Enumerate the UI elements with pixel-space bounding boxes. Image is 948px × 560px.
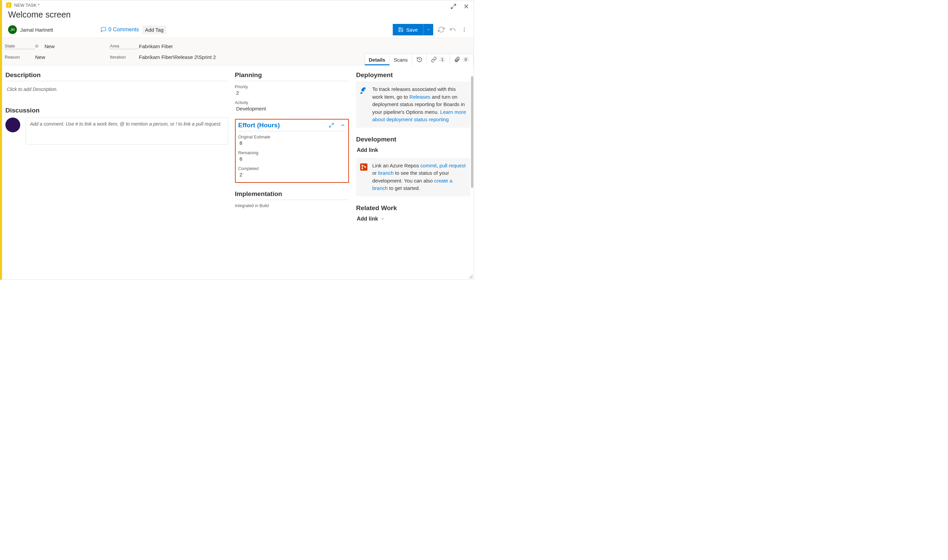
svg-point-2 xyxy=(464,31,465,32)
tab-strip: Details Scans 1 0 xyxy=(364,54,474,65)
meta-actions: Save xyxy=(393,24,468,35)
add-tag-button[interactable]: Add Tag xyxy=(142,26,166,34)
related-work-header: Related Work xyxy=(356,205,470,212)
scrollbar-track[interactable] xyxy=(470,76,474,280)
refresh-button[interactable] xyxy=(438,26,445,33)
effort-expand-icon[interactable] xyxy=(329,123,334,128)
add-link-related[interactable]: Add link xyxy=(356,214,470,224)
remaining-value[interactable]: 6 xyxy=(238,155,346,164)
state-value[interactable]: New xyxy=(45,43,55,49)
discussion-area: Add a comment. Use # to link a work item… xyxy=(5,117,228,145)
deployment-header: Deployment xyxy=(356,71,470,79)
branch-link[interactable]: branch xyxy=(378,170,394,176)
remaining-label: Remaining xyxy=(238,151,346,155)
tab-scans[interactable]: Scans xyxy=(390,54,412,65)
svg-point-5 xyxy=(362,165,363,166)
effort-collapse-icon[interactable] xyxy=(340,123,346,128)
add-link-related-label: Add link xyxy=(357,216,378,222)
body-columns: Description Click to add Description. Di… xyxy=(2,65,474,269)
completed-label: Completed xyxy=(238,166,346,171)
iteration-value[interactable]: Fabrikam Fiber\Release 2\Sprint 2 xyxy=(139,54,216,60)
task-type-icon xyxy=(6,2,11,8)
rocket-icon xyxy=(360,86,368,95)
pull-request-link[interactable]: pull request xyxy=(440,163,466,168)
effort-header-row: Effort (Hours) xyxy=(238,122,346,129)
undo-icon xyxy=(449,26,456,33)
area-label: Area xyxy=(110,43,139,49)
implementation-divider xyxy=(235,200,349,200)
work-item-dialog: NEW TASK * Welcome screen JH Jamal Hartn… xyxy=(0,0,474,280)
chevron-down-icon xyxy=(381,217,384,221)
area-value[interactable]: Fabrikam Fiber xyxy=(139,43,173,49)
svg-point-6 xyxy=(362,168,363,169)
fullscreen-icon[interactable] xyxy=(450,3,457,10)
releases-link[interactable]: Releases xyxy=(409,94,431,100)
iteration-label: Iteration xyxy=(110,55,139,60)
state-label: State xyxy=(5,43,35,49)
dev-c1: , xyxy=(437,163,439,168)
chevron-down-icon xyxy=(426,28,431,32)
planning-divider xyxy=(235,81,349,81)
integrated-build-label: Integrated in Build xyxy=(235,203,349,208)
svg-rect-4 xyxy=(360,163,367,171)
title-row: Welcome screen xyxy=(2,8,474,22)
description-placeholder[interactable]: Click to add Description. xyxy=(5,85,228,94)
comment-input[interactable]: Add a comment. Use # to link a work item… xyxy=(26,117,228,145)
work-item-title[interactable]: Welcome screen xyxy=(8,10,468,20)
add-link-label: Add link xyxy=(357,147,378,153)
column-planning: Planning Priority 2 Activity Development… xyxy=(232,65,353,269)
assignee-avatar[interactable]: JH xyxy=(8,25,17,34)
development-header: Development xyxy=(356,136,470,143)
classify-col-state: State New Reason New xyxy=(2,41,110,62)
state-dot-icon xyxy=(35,45,39,48)
links-count-badge: 1 xyxy=(439,57,446,62)
save-label: Save xyxy=(406,27,418,33)
tab-history[interactable] xyxy=(412,54,427,65)
refresh-icon xyxy=(438,26,445,33)
save-button[interactable]: Save xyxy=(393,24,423,35)
save-caret-button[interactable] xyxy=(423,24,433,35)
comments-link[interactable]: 0 Comments xyxy=(100,26,139,33)
attach-count-badge: 0 xyxy=(462,57,469,62)
description-header: Description xyxy=(5,71,228,79)
tab-details[interactable]: Details xyxy=(365,54,390,65)
planning-header: Planning xyxy=(235,71,349,79)
deployment-info: To track releases associated with this w… xyxy=(356,82,470,128)
effort-header[interactable]: Effort (Hours) xyxy=(238,122,280,129)
comment-icon xyxy=(100,26,107,33)
dialog-topbar: NEW TASK * xyxy=(2,0,474,8)
completed-value[interactable]: 2 xyxy=(238,171,346,180)
discussion-header: Discussion xyxy=(5,107,228,114)
svg-point-0 xyxy=(464,28,465,28)
more-actions-button[interactable] xyxy=(461,26,468,33)
tab-attachments[interactable]: 0 xyxy=(450,54,473,65)
revert-button[interactable] xyxy=(449,26,456,33)
add-link-development[interactable]: Add link xyxy=(356,145,470,155)
dev-or: or xyxy=(372,170,378,176)
reason-value[interactable]: New xyxy=(35,54,45,60)
attachment-icon xyxy=(454,57,460,63)
priority-value[interactable]: 2 xyxy=(235,89,349,98)
original-estimate-value[interactable]: 8 xyxy=(238,139,346,149)
history-icon xyxy=(416,57,422,63)
kebab-icon xyxy=(462,27,467,32)
resize-grip[interactable] xyxy=(469,275,473,279)
effort-panel: Effort (Hours) Original Estimate 8 Remai… xyxy=(235,119,349,183)
close-icon[interactable] xyxy=(463,3,469,10)
comments-count-label: 0 Comments xyxy=(108,26,139,33)
scrollbar-thumb[interactable] xyxy=(471,76,473,188)
meta-row: JH Jamal Hartnett 0 Comments Add Tag Sav… xyxy=(2,22,474,38)
effort-divider xyxy=(238,131,346,131)
svg-point-3 xyxy=(364,89,365,90)
repo-icon xyxy=(360,163,368,171)
development-info: Link an Azure Repos commit, pull request… xyxy=(356,158,470,196)
tab-links[interactable]: 1 xyxy=(427,54,451,65)
description-divider xyxy=(5,81,228,81)
commit-link[interactable]: commit xyxy=(420,163,437,168)
activity-value[interactable]: Development xyxy=(235,105,349,114)
current-user-avatar xyxy=(5,117,20,132)
priority-label: Priority xyxy=(235,85,349,89)
work-item-type-label: NEW TASK * xyxy=(14,3,39,8)
dialog-window-controls xyxy=(450,3,469,10)
assignee-name[interactable]: Jamal Hartnett xyxy=(20,27,53,33)
